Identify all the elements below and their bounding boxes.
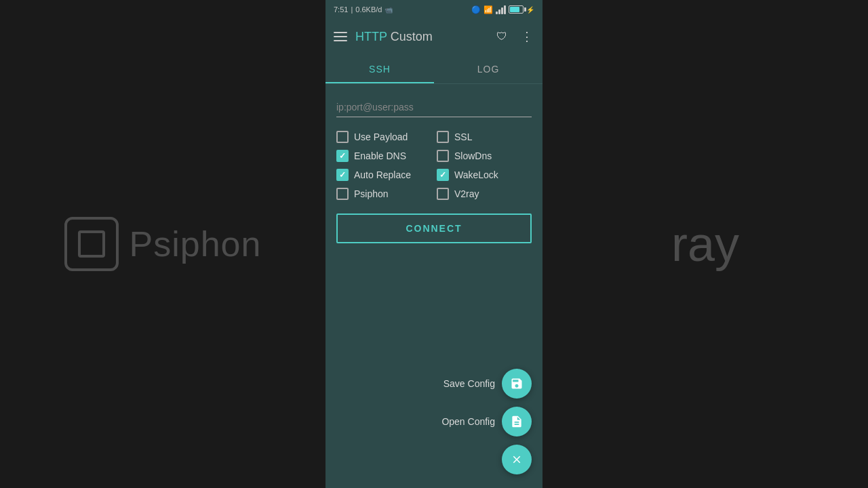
checkbox-slowdns[interactable]: SlowDns (437, 150, 532, 162)
save-icon (510, 377, 524, 390)
ip-input[interactable] (336, 98, 532, 117)
checkbox-enable-dns[interactable]: Enable DNS (336, 150, 431, 162)
checkbox-auto-replace-label: Auto Replace (354, 169, 411, 180)
app-title-custom: Custom (387, 30, 433, 43)
checkbox-wakelock-label: WakeLock (454, 169, 498, 180)
checkbox-slowdns-label: SlowDns (454, 150, 492, 161)
checkbox-psiphon-box[interactable] (336, 188, 349, 200)
tab-log[interactable]: LOG (434, 54, 542, 83)
menu-button[interactable] (334, 32, 347, 41)
checkbox-auto-replace[interactable]: Auto Replace (336, 169, 431, 181)
save-config-button[interactable] (502, 369, 532, 399)
open-config-icon (510, 415, 524, 428)
checkbox-use-payload-label: Use Payload (354, 131, 408, 142)
close-fab-button[interactable] (502, 445, 532, 474)
open-config-label: Open Config (441, 416, 495, 427)
theme-icon[interactable]: 🛡 (494, 28, 510, 45)
bluetooth-icon: 🔵 (471, 5, 481, 14)
checkbox-ssl-box[interactable] (437, 131, 449, 143)
checkbox-psiphon[interactable]: Psiphon (336, 188, 431, 200)
background-left: Psiphon (0, 0, 326, 488)
video-icon: 📹 (384, 6, 393, 14)
battery-icon (509, 5, 524, 14)
background-right: ray (542, 0, 868, 488)
status-time: 7:51 (334, 5, 348, 14)
close-icon (511, 453, 523, 466)
more-options-icon[interactable]: ⋮ (518, 28, 534, 45)
status-bar: 7:51 | 0.6KB/d 📹 🔵 📶 ⚡ (326, 0, 542, 19)
open-config-button[interactable] (502, 407, 532, 436)
open-config-item[interactable]: Open Config (441, 407, 532, 436)
save-config-label: Save Config (443, 378, 495, 389)
checkbox-grid: Use Payload SSL Enable DNS SlowDns Auto … (336, 131, 532, 200)
signal-bars (496, 5, 506, 14)
menu-line-3 (334, 40, 347, 41)
save-config-item[interactable]: Save Config (443, 369, 532, 399)
status-right: 🔵 📶 ⚡ (471, 5, 534, 14)
checkbox-ssl[interactable]: SSL (437, 131, 532, 143)
close-fab-item[interactable] (502, 445, 532, 474)
tabs: SSH LOG (326, 54, 542, 84)
checkbox-wakelock[interactable]: WakeLock (437, 169, 532, 181)
app-bar: HTTP Custom 🛡 ⋮ (326, 19, 542, 54)
fab-container: Save Config Open Config (441, 369, 532, 474)
wifi-icon: 📶 (484, 5, 493, 14)
checkbox-slowdns-box[interactable] (437, 150, 449, 162)
checkbox-psiphon-label: Psiphon (354, 188, 389, 199)
menu-line-1 (334, 32, 347, 33)
checkbox-v2ray-label: V2ray (454, 188, 479, 199)
main-content: Use Payload SSL Enable DNS SlowDns Auto … (326, 84, 542, 488)
tab-ssh[interactable]: SSH (326, 54, 434, 83)
checkbox-auto-replace-box[interactable] (336, 169, 349, 181)
checkbox-use-payload-box[interactable] (336, 131, 349, 143)
psiphon-bg-text: Psiphon (130, 224, 262, 264)
psiphon-logo (64, 217, 119, 271)
phone-frame: 7:51 | 0.6KB/d 📹 🔵 📶 ⚡ (326, 0, 542, 488)
checkbox-ssl-label: SSL (454, 131, 472, 142)
app-bar-icons: 🛡 ⋮ (494, 28, 534, 45)
checkbox-v2ray-box[interactable] (437, 188, 449, 200)
bg-right-text: ray (671, 216, 739, 272)
checkbox-enable-dns-box[interactable] (336, 150, 349, 162)
app-title: HTTP Custom (355, 30, 486, 44)
status-speed: 0.6KB/d (355, 5, 382, 14)
app-title-http: HTTP (355, 30, 387, 43)
status-separator: | (351, 5, 353, 14)
connect-button[interactable]: CONNECT (336, 214, 532, 243)
checkbox-enable-dns-label: Enable DNS (354, 150, 406, 161)
checkbox-v2ray[interactable]: V2ray (437, 188, 532, 200)
checkbox-use-payload[interactable]: Use Payload (336, 131, 431, 143)
status-left: 7:51 | 0.6KB/d 📹 (334, 5, 393, 14)
checkbox-wakelock-box[interactable] (437, 169, 449, 181)
menu-line-2 (334, 36, 347, 37)
charge-icon: ⚡ (526, 6, 534, 14)
